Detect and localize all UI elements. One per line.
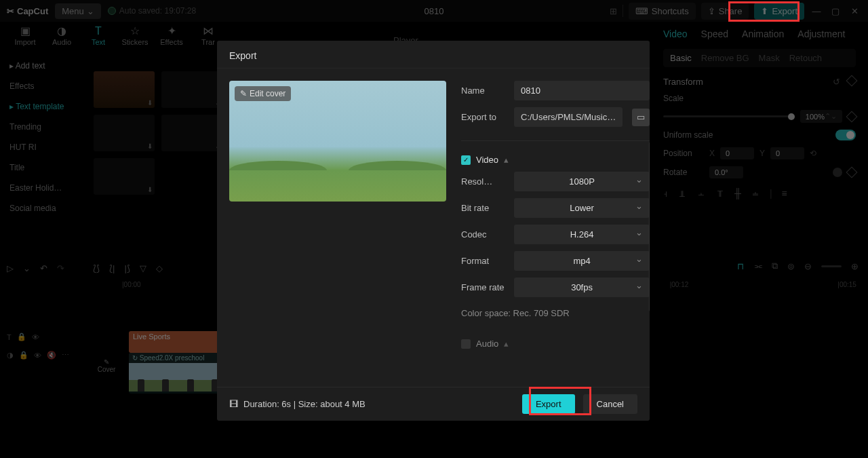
framerate-select[interactable]: 30fps [514, 278, 650, 297]
video-checkbox[interactable]: ✓ [461, 155, 471, 165]
bitrate-select[interactable]: Lower [514, 198, 650, 218]
name-label: Name [461, 85, 507, 96]
pencil-icon: ✎ [240, 89, 247, 98]
export-path: C:/Users/PMLS/Music… [514, 107, 623, 127]
name-input[interactable] [514, 81, 650, 100]
resolution-select[interactable]: 1080P [514, 172, 650, 191]
codec-select[interactable]: H.264 [514, 225, 650, 244]
colorspace-info: Color space: Rec. 709 SDR [461, 308, 650, 318]
audio-checkbox[interactable]: ✓ [461, 339, 471, 349]
modal-scrollbar[interactable] [649, 142, 650, 311]
video-section-header[interactable]: ✓ Video ▴ [461, 155, 650, 165]
collapse-icon: ▴ [504, 155, 509, 165]
export-to-label: Export to [461, 112, 507, 122]
export-modal: Export ✎Edit cover Name Export to C:/Use… [217, 41, 650, 421]
bitrate-label: Bit rate [461, 203, 507, 213]
cover-preview: ✎Edit cover [229, 81, 446, 202]
codec-label: Codec [461, 229, 507, 240]
format-select[interactable]: mp4 [514, 251, 650, 271]
resolution-label: Resol… [461, 176, 507, 187]
framerate-label: Frame rate [461, 282, 507, 292]
export-button[interactable]: Export [522, 394, 575, 414]
collapse-icon: ▴ [504, 339, 509, 349]
modal-title: Export [217, 41, 650, 69]
folder-icon[interactable]: ▭ [632, 109, 650, 126]
film-icon: 🎞 [229, 399, 238, 409]
format-label: Format [461, 256, 507, 266]
edit-cover-button[interactable]: ✎Edit cover [235, 86, 291, 101]
cancel-button[interactable]: Cancel [583, 394, 637, 414]
audio-section-header[interactable]: ✓ Audio ▴ [461, 339, 650, 349]
export-info: 🎞 Duration: 6s | Size: about 4 MB [229, 399, 366, 409]
